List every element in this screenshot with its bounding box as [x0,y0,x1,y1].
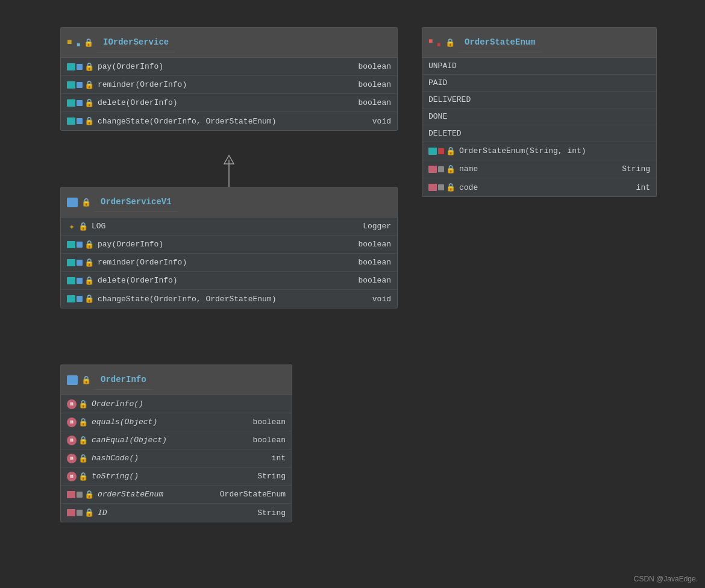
enum-value-done: DONE [422,108,656,125]
method-icon-left [67,295,75,302]
method-icon-wrap: m 🔒 [67,454,88,463]
orderservicev1-title: OrderServiceV1 [95,192,178,212]
field-icon-small [438,184,444,190]
enum-icon [428,37,442,48]
method-circle-icon: m [67,472,77,481]
iorderservice-card: 🔒 IOrderService 🔒 pay(OrderInfo) boolean [60,27,398,131]
class-icon [67,198,78,207]
method-label: changeState(OrderInfo, OrderStateEnum) [98,117,369,126]
orderservicev1-card: 🔒 OrderServiceV1 ✦ 🔒 LOG Logger 🔒 pay(Or… [60,187,398,308]
field-icon-wrap: 🔒 [67,490,94,499]
method-label: pay(OrderInfo) [98,240,354,249]
field-label: code [459,183,633,192]
svg-marker-1 [224,155,234,164]
method-type: boolean [252,436,286,445]
method-type: boolean [358,62,391,71]
lock-icon: 🔒 [78,454,88,463]
enum-value-delivered: DELIVERED [422,92,656,108]
method-type: boolean [358,80,391,89]
enum-value-paid: PAID [422,75,656,92]
field-label: ID [98,508,254,518]
method-type: void [372,295,391,304]
orderservicev1-method-delete: 🔒 delete(OrderInfo) boolean [61,272,397,290]
lock-icon: 🔒 [78,436,88,445]
field-type: OrderStateEnum [220,490,286,499]
field-label: name [459,164,618,174]
lock-icon: 🔒 [446,146,456,156]
method-icon-left [67,99,75,107]
iorderservice-header: 🔒 IOrderService [61,28,397,58]
method-icon-left [67,81,75,89]
orderservicev1-field-log: ✦ 🔒 LOG Logger [61,217,397,236]
field-icon-wrap: 🔒 [67,508,94,518]
field-icon-box [428,184,437,191]
method-circle-icon: m [67,454,77,463]
interface-icon [67,37,80,48]
method-icon-wrap: 🔒 [67,276,94,286]
field-icon-small [438,166,444,172]
lock-icon: 🔒 [78,472,88,481]
orderinfo-field-orderstateenum: 🔒 orderStateEnum OrderStateEnum [61,486,292,504]
enum-value-deleted: DELETED [422,125,656,142]
lock-icon: 🔒 [446,164,456,174]
method-icon-wrap: 🔒 [67,294,94,304]
lock-icon: 🔒 [84,116,94,126]
orderstateenum-title: OrderStateEnum [459,33,542,52]
field-icon-small [77,510,83,516]
method-icon-left [428,148,437,155]
field-icon-box [428,166,437,173]
lock-icon: 🔒 [81,198,91,207]
method-icon-wrap: m 🔒 [67,436,88,445]
method-type: int [272,454,286,463]
method-icon-wrap: 🔒 [67,116,94,126]
enum-field-name: 🔒 name String [422,160,656,178]
orderservicev1-header: 🔒 OrderServiceV1 [61,187,397,217]
method-type: boolean [358,240,391,249]
method-icon-wrap: m 🔒 [67,418,88,427]
lock-icon: 🔒 [446,183,456,192]
lock-icon: 🔒 [84,276,94,286]
orderstateenum-card: 🔒 OrderStateEnum UNPAID PAID DELIVERED D… [422,27,657,197]
lock-icon: 🔒 [445,38,455,48]
lock-icon: 🔒 [84,490,94,499]
orderinfo-title: OrderInfo [95,370,152,390]
method-icon-left [67,117,75,125]
enum-field-code: 🔒 code int [422,178,656,196]
lock-icon: 🔒 [84,80,94,90]
enum-constructor: 🔒 OrderStateEnum(String, int) [422,142,656,160]
orderinfo-method-canequal: m 🔒 canEqual(Object) boolean [61,431,292,449]
orderstateenum-header: 🔒 OrderStateEnum [422,28,656,58]
method-icon-right [77,64,83,70]
lock-icon: 🔒 [84,38,93,48]
method-icon-right [77,82,83,88]
method-type: void [372,117,391,126]
method-icon-right [77,260,83,266]
iorderservice-method-reminder: 🔒 reminder(OrderInfo) boolean [61,76,397,94]
field-icon-box [67,491,75,498]
orderinfo-card: 🔒 OrderInfo m 🔒 OrderInfo() m 🔒 equals(O… [60,364,292,522]
lock-icon: 🔒 [78,222,88,231]
lock-icon: 🔒 [84,508,94,518]
enum-value-unpaid: UNPAID [422,58,656,75]
constructor-label: OrderInfo() [92,399,286,408]
method-icon-right [77,278,83,284]
field-icon-wrap: 🔒 [428,183,456,192]
iorderservice-method-changestate: 🔒 changeState(OrderInfo, OrderStateEnum)… [61,112,397,130]
method-icon-right [77,100,83,106]
method-icon-left [67,259,75,266]
method-icon-right [77,118,83,124]
method-label: canEqual(Object) [92,436,249,445]
field-label: orderStateEnum [98,490,216,499]
method-icon-right [77,296,83,302]
iorderservice-method-delete: 🔒 delete(OrderInfo) boolean [61,94,397,112]
method-label: toString() [92,472,254,481]
logger-icon: ✦ [67,222,77,231]
method-label: delete(OrderInfo) [98,98,354,107]
field-icon-small [77,492,83,498]
orderservicev1-method-changestate: 🔒 changeState(OrderInfo, OrderStateEnum)… [61,290,397,308]
iorderservice-title: IOrderService [97,33,175,52]
method-label: hashCode() [92,454,268,463]
method-icon-left [67,241,75,248]
method-label: reminder(OrderInfo) [98,258,354,267]
class-icon [67,375,78,385]
